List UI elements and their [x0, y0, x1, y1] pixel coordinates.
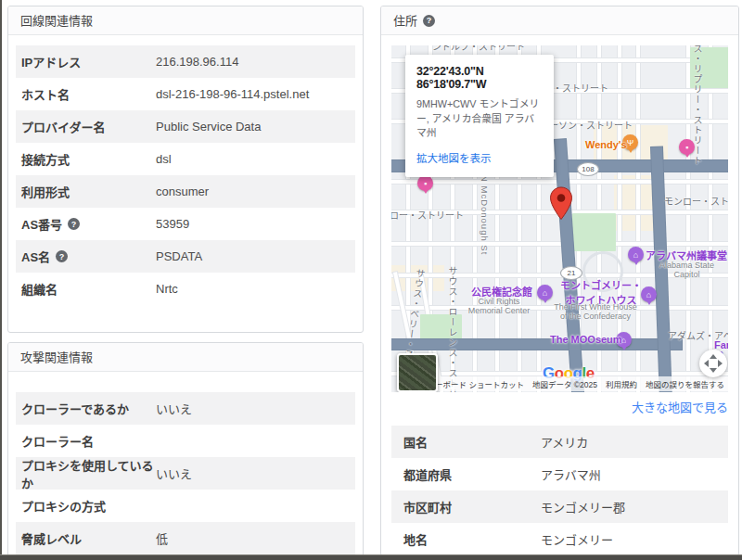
row-value: dsl-216-198-96-114.pstel.net	[156, 87, 309, 101]
pan-left-icon[interactable]	[704, 360, 709, 367]
poi-sublabel: Alabama State Capitol	[646, 261, 728, 279]
table-row: 脅威レベル低	[16, 522, 355, 554]
row-label: 接続方式	[21, 150, 156, 168]
help-icon[interactable]: ?	[423, 15, 435, 27]
route-shield: 108	[577, 162, 599, 176]
table-row: ホスト名dsl-216-198-96-114.pstel.net	[16, 78, 355, 110]
attribution-item[interactable]: キーボード ショートカット	[428, 378, 524, 389]
row-value: 53959	[156, 217, 189, 231]
address-body: ンドルフ・ストリート・ストリートーソン・ストリートロー・ストリートモンロー・スト…	[381, 35, 738, 556]
table-row: AS名?PSDATA	[16, 240, 355, 273]
map-main-road	[391, 339, 682, 350]
attack-info-table: クローラーであるかいいえクローラー名プロキシを使用しているかいいえプロキシの方式…	[8, 372, 363, 554]
row-value: 216.198.96.114	[156, 55, 238, 69]
poi-museum-icon[interactable]: ⌂	[641, 286, 657, 302]
row-label: クローラー名	[21, 432, 156, 450]
row-value: PSDATA	[156, 249, 202, 263]
attribution-item[interactable]: 地図の誤りを報告する	[646, 378, 724, 389]
panel-address-header: 住所 ?	[381, 6, 738, 35]
line-info-table: IPアドレス216.198.96.114ホスト名dsl-216-198-96-1…	[8, 35, 363, 305]
panel-line-title: 回線関連情報	[20, 7, 93, 34]
coordinates-text: 32°22'43.0"N 86°18'09.7"W	[416, 65, 543, 91]
row-label: AS番号?	[21, 215, 156, 233]
row-label: プロバイダー名	[21, 118, 156, 135]
row-label: 国名	[403, 433, 541, 451]
window-edge-left	[0, 0, 2, 560]
row-label: 脅威レベル	[21, 529, 156, 547]
row-label: 利用形式	[21, 183, 156, 200]
map-street-label: N McDonough St	[480, 175, 490, 255]
open-large-map-link[interactable]: 大きな地図で見る	[632, 401, 728, 414]
pan-up-icon[interactable]	[710, 354, 717, 359]
row-label: 地名	[403, 530, 541, 548]
table-row: プロキシの方式	[16, 490, 355, 522]
window-edge-bottom	[0, 554, 742, 560]
panel-attack-header: 攻撃関連情報	[8, 343, 363, 372]
table-row: 国名アメリカ	[391, 426, 728, 458]
pan-right-icon[interactable]	[718, 360, 723, 367]
panel-address: 住所 ?	[380, 6, 739, 556]
pan-down-icon[interactable]	[710, 368, 717, 373]
plus-code-address: 9MHW+CWV モントゴメリー, アメリカ合衆国 アラバマ州	[416, 97, 543, 141]
map-street-label: ーソン・ストリート	[549, 118, 633, 132]
panel-address-title: 住所	[393, 7, 417, 34]
row-value: dsl	[156, 152, 172, 166]
map-street-label: サウス・ローレンス・ストリート	[445, 266, 459, 392]
help-icon[interactable]: ?	[56, 250, 68, 262]
attribution-item: 地図データ ©2025	[532, 378, 597, 389]
map-info-card: 32°22'43.0"N 86°18'09.7"W 9MHW+CWV モントゴメ…	[405, 55, 554, 177]
location-pin-icon[interactable]	[549, 186, 573, 224]
pan-control[interactable]	[699, 350, 727, 377]
poi-museum-icon[interactable]: ⌂	[628, 247, 644, 262]
table-row: 接続方式dsl	[16, 143, 355, 175]
panel-line-header: 回線関連情報	[8, 6, 363, 35]
poi-sublabel: The First White House of the Confederacy	[549, 302, 642, 321]
row-label: 市区町村	[403, 498, 541, 515]
table-row: 都道府県アラバマ州	[391, 458, 728, 490]
google-map[interactable]: ンドルフ・ストリート・ストリートーソン・ストリートロー・ストリートモンロー・スト…	[391, 45, 728, 392]
row-value: いいえ	[156, 465, 192, 482]
panel-line-info: 回線関連情報 IPアドレス216.198.96.114ホスト名dsl-216-1…	[7, 6, 364, 333]
table-row: 市区町村モンゴメリー郡	[391, 490, 728, 523]
row-value: アメリカ	[541, 433, 588, 451]
table-row: 利用形式consumer	[16, 175, 355, 208]
row-label: プロキシの方式	[21, 497, 156, 515]
row-label: 組織名	[21, 280, 156, 298]
table-row: プロキシを使用しているかいいえ	[16, 457, 355, 490]
table-row: クローラー名	[16, 425, 355, 457]
view-larger-map-link[interactable]: 拡大地図を表示	[416, 150, 492, 165]
satellite-toggle[interactable]	[397, 353, 438, 392]
row-label: IPアドレス	[21, 53, 156, 70]
table-row: AS番号?53959	[16, 208, 355, 240]
table-row: IPアドレス216.198.96.114	[16, 45, 355, 78]
poi-museum-icon[interactable]: ⌂	[537, 285, 553, 300]
map-street-label: ロー・ストリート	[391, 208, 464, 222]
row-label: 都道府県	[403, 465, 541, 483]
table-row: 組織名Nrtc	[16, 273, 355, 305]
row-value: Public Service Data	[156, 120, 261, 134]
large-map-link-row: 大きな地図で見る	[391, 398, 728, 414]
row-value: consumer	[156, 185, 209, 198]
table-row: 地名モンゴメリー	[391, 523, 728, 555]
poi-label[interactable]: Wendy's	[585, 139, 627, 150]
row-value: モンゴメリー	[541, 530, 613, 548]
table-row: クローラーであるかいいえ	[16, 392, 355, 425]
map-street-label: ・ストリート	[553, 81, 608, 95]
row-value: いいえ	[156, 400, 192, 417]
attribution-item[interactable]: 利用規約	[606, 378, 637, 389]
map-street-label: ンドルフ・ストリート	[432, 45, 525, 53]
row-value: 低	[156, 529, 168, 547]
row-label: ホスト名	[21, 85, 156, 103]
poi-hotel-icon[interactable]: ▪	[417, 175, 433, 191]
row-label: プロキシを使用しているか	[21, 456, 156, 491]
row-value: Nrtc	[156, 282, 178, 296]
map-street	[391, 242, 728, 246]
row-label: クローラーであるか	[21, 400, 156, 417]
row-value: モンゴメリー郡	[541, 498, 625, 515]
map-street-label: モンロー・ストリ	[664, 194, 728, 208]
map-attribution: キーボード ショートカット地図データ ©2025利用規約地図の誤りを報告する	[424, 376, 728, 391]
help-icon[interactable]: ?	[68, 218, 80, 230]
poi-hotel-icon[interactable]: ▪	[679, 139, 695, 155]
panel-attack-info: 攻撃関連情報 クローラーであるかいいえクローラー名プロキシを使用しているかいいえ…	[7, 342, 364, 560]
poi-label[interactable]: The MOOseum	[550, 334, 622, 345]
